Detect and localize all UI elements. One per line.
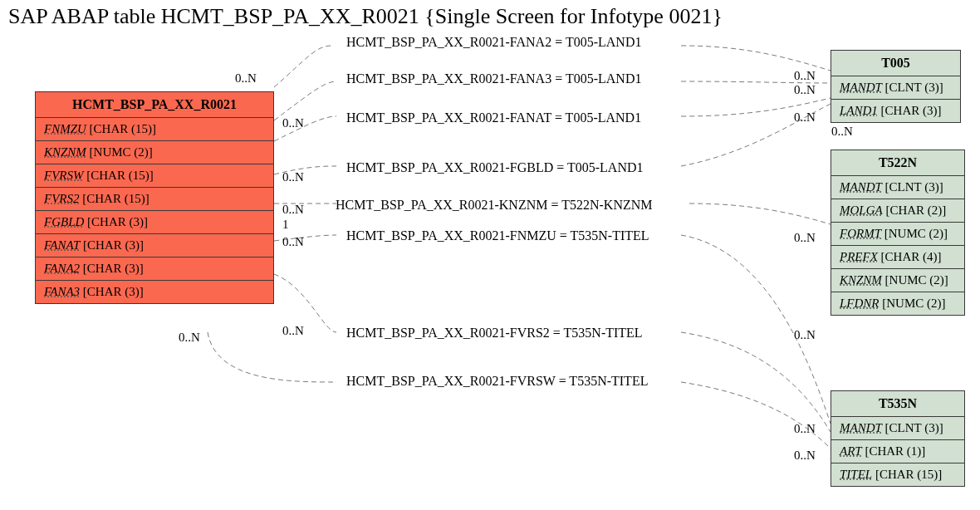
table-main-header: HCMT_BSP_PA_XX_R0021 bbox=[36, 92, 273, 118]
table-row: FNMZU [CHAR (15)] bbox=[36, 118, 273, 141]
cardinality: 0..N bbox=[794, 83, 816, 97]
table-row: FVRS2 [CHAR (15)] bbox=[36, 188, 273, 211]
cardinality: 0..N bbox=[794, 328, 816, 342]
table-row: FORMT [NUMC (2)] bbox=[831, 223, 964, 246]
table-row: ART [CHAR (1)] bbox=[831, 440, 964, 463]
table-row: LAND1 [CHAR (3)] bbox=[831, 100, 960, 122]
table-row: FANA3 [CHAR (3)] bbox=[36, 281, 273, 303]
table-t535n: T535N MANDT [CLNT (3)] ART [CHAR (1)] TI… bbox=[831, 390, 965, 487]
cardinality: 0..N bbox=[282, 324, 304, 338]
cardinality: 0..N bbox=[282, 170, 304, 184]
relation-label: HCMT_BSP_PA_XX_R0021-FVRSW = T535N-TITEL bbox=[346, 374, 648, 389]
cardinality: 0..N bbox=[794, 231, 816, 245]
table-row: MANDT [CLNT (3)] bbox=[831, 417, 964, 440]
relation-label: HCMT_BSP_PA_XX_R0021-FANA3 = T005-LAND1 bbox=[346, 71, 641, 86]
table-row: KNZNM [NUMC (2)] bbox=[831, 269, 964, 292]
table-row: FGBLD [CHAR (3)] bbox=[36, 211, 273, 234]
table-row: PREFX [CHAR (4)] bbox=[831, 246, 964, 269]
table-row: MOLGA [CHAR (2)] bbox=[831, 199, 964, 223]
table-row: KNZNM [NUMC (2)] bbox=[36, 141, 273, 164]
cardinality: 1 bbox=[282, 218, 289, 232]
cardinality: 0..N bbox=[282, 116, 304, 130]
table-row: TITEL [CHAR (15)] bbox=[831, 463, 964, 486]
relation-label: HCMT_BSP_PA_XX_R0021-FANA2 = T005-LAND1 bbox=[346, 35, 641, 50]
cardinality: 0..N bbox=[794, 449, 816, 463]
relation-label: HCMT_BSP_PA_XX_R0021-FGBLD = T005-LAND1 bbox=[346, 160, 644, 175]
table-row: FANAT [CHAR (3)] bbox=[36, 234, 273, 257]
cardinality: 0..N bbox=[282, 235, 304, 249]
table-row: LFDNR [NUMC (2)] bbox=[831, 292, 964, 315]
cardinality: 0..N bbox=[235, 71, 257, 86]
cardinality: 0..N bbox=[794, 110, 816, 125]
page-title: SAP ABAP table HCMT_BSP_PA_XX_R0021 {Sin… bbox=[8, 4, 723, 29]
relation-label: HCMT_BSP_PA_XX_R0021-FNMZU = T535N-TITEL bbox=[346, 228, 649, 243]
table-main: HCMT_BSP_PA_XX_R0021 FNMZU [CHAR (15)] K… bbox=[35, 91, 274, 304]
relation-label: HCMT_BSP_PA_XX_R0021-KNZNM = T522N-KNZNM bbox=[336, 198, 653, 213]
cardinality: 0..N bbox=[794, 422, 816, 436]
table-t005-header: T005 bbox=[831, 51, 960, 76]
table-row: MANDT [CLNT (3)] bbox=[831, 176, 964, 199]
table-t005: T005 MANDT [CLNT (3)] LAND1 [CHAR (3)] bbox=[831, 50, 961, 123]
table-row: MANDT [CLNT (3)] bbox=[831, 76, 960, 100]
cardinality: 0..N bbox=[179, 331, 200, 345]
relation-label: HCMT_BSP_PA_XX_R0021-FVRS2 = T535N-TITEL bbox=[346, 326, 643, 341]
table-row: FVRSW [CHAR (15)] bbox=[36, 164, 273, 188]
relation-label: HCMT_BSP_PA_XX_R0021-FANAT = T005-LAND1 bbox=[346, 110, 641, 125]
table-t535n-header: T535N bbox=[831, 391, 964, 417]
table-t522n-header: T522N bbox=[831, 150, 964, 176]
cardinality: 0..N bbox=[282, 203, 304, 217]
table-row: FANA2 [CHAR (3)] bbox=[36, 257, 273, 281]
cardinality: 0..N bbox=[831, 125, 853, 139]
cardinality: 0..N bbox=[794, 69, 816, 83]
table-t522n: T522N MANDT [CLNT (3)] MOLGA [CHAR (2)] … bbox=[831, 150, 965, 316]
